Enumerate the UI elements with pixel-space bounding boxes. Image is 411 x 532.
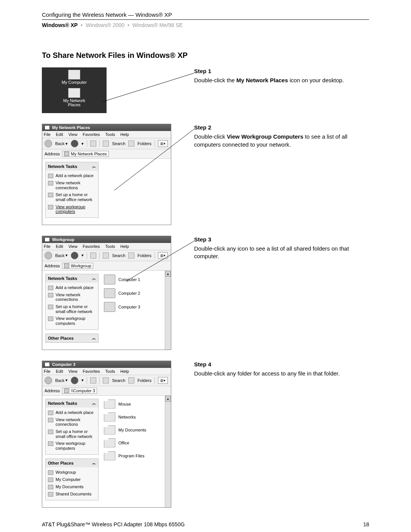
menu-favorites[interactable]: Favorites [83,244,100,249]
menu-tools[interactable]: Tools [105,244,115,249]
back-icon[interactable] [45,140,52,147]
task-setup-home-network[interactable]: Set up a home or small office network [47,191,97,203]
folders-icon[interactable] [128,141,134,147]
menu-help[interactable]: Help [120,369,129,374]
task-setup-home-network[interactable]: Set up a home or small office network [47,428,97,440]
forward-dropdown[interactable]: ▾ [81,253,84,258]
menu-favorites[interactable]: Favorites [83,132,100,137]
up-icon[interactable] [90,252,96,259]
folders-button[interactable]: Folders [137,253,151,258]
task-view-workgroup[interactable]: View workgroup computers [47,203,97,215]
task-add-network-place[interactable]: Add a network place [47,172,97,179]
task-add-network-place[interactable]: Add a network place [47,284,97,291]
my-network-places-icon[interactable] [68,88,80,98]
task-setup-home-network[interactable]: Set up a home or small office network [47,303,97,315]
tab-me98[interactable]: Windows® Me/98 SE [132,22,183,28]
menu-edit[interactable]: Edit [56,244,63,249]
scrollbar[interactable]: ▴ [165,271,171,350]
titlebar[interactable]: Computer 3 [42,361,171,368]
back-icon[interactable] [45,377,52,384]
my-computer-icon[interactable] [68,70,80,80]
place-my-documents[interactable]: My Documents [47,483,97,490]
menu-file[interactable]: File [44,132,51,137]
forward-dropdown[interactable]: ▾ [81,378,84,383]
shared-folder-item[interactable]: Office [104,438,160,447]
up-icon[interactable] [90,377,96,383]
task-view-workgroup[interactable]: View workgroup computers [47,440,97,452]
collapse-icon[interactable]: ︽ [92,460,96,466]
address-icon [64,388,69,393]
task-view-connections[interactable]: View network connections [47,179,97,191]
tab-2000[interactable]: Windows® 2000 [86,22,124,28]
address-field[interactable]: Workgroup [62,263,93,269]
breadcrumb: Configuring the Wireless Network — Windo… [42,11,369,20]
folders-button[interactable]: Folders [137,141,151,146]
forward-icon[interactable] [71,140,78,147]
folders-icon[interactable] [128,377,134,383]
tab-bullet: • [81,22,83,28]
forward-icon[interactable] [71,252,78,259]
place-my-computer[interactable]: My Computer [47,476,97,483]
folders-icon[interactable] [128,252,134,259]
shared-folder-item[interactable]: Mouse [104,399,160,409]
search-button[interactable]: Search [112,378,125,383]
menu-favorites[interactable]: Favorites [83,369,100,374]
computer-item[interactable]: Computer 3 [104,302,160,312]
menu-tools[interactable]: Tools [105,369,115,374]
computer-item[interactable]: Computer 1 [104,275,160,284]
step-2-text: Double-click View Workgroup Computers to… [194,133,369,149]
collapse-icon[interactable]: ︽ [92,335,96,341]
place-shared-documents[interactable]: Shared Documents [47,490,97,498]
menu-tools[interactable]: Tools [105,132,115,137]
search-button[interactable]: Search [112,141,125,146]
search-button[interactable]: Search [112,253,125,258]
back-icon[interactable] [45,252,52,259]
back-button[interactable]: Back ▾ [55,378,68,383]
menu-help[interactable]: Help [120,244,129,249]
scrollbar[interactable]: ▴ [165,396,171,507]
collapse-icon[interactable]: ︽ [92,164,96,169]
scroll-up-icon[interactable]: ▴ [165,396,171,402]
step-1-title: Step 1 [194,67,369,75]
place-workgroup[interactable]: Workgroup [47,469,97,476]
up-icon[interactable] [90,141,96,147]
menu-edit[interactable]: Edit [56,132,63,137]
menu-view[interactable]: View [68,132,78,137]
folders-button[interactable]: Folders [137,378,151,383]
collapse-icon[interactable]: ︽ [92,401,96,406]
views-button[interactable]: ▥▾ [158,252,168,259]
titlebar[interactable]: My Network Places [42,124,171,131]
forward-icon[interactable] [71,377,78,384]
collapse-icon[interactable]: ︽ [92,276,96,281]
task-view-connections[interactable]: View network connections [47,291,97,303]
connections-icon [48,418,53,422]
task-view-connections[interactable]: View network connections [47,416,97,428]
forward-dropdown[interactable]: ▾ [81,141,84,146]
task-view-workgroup[interactable]: View workgroup computers [47,315,97,327]
tab-xp[interactable]: Windows® XP [42,22,78,28]
shared-folder-item[interactable]: Networks [104,412,160,422]
address-field[interactable]: \\Computer 3 [62,388,97,394]
computer-item[interactable]: Computer 2 [104,288,160,298]
task-add-network-place[interactable]: Add a network place [47,409,97,416]
views-button[interactable]: ▥▾ [158,377,168,384]
titlebar[interactable]: Workgroup [42,236,171,243]
search-icon[interactable] [103,252,109,259]
back-button[interactable]: Back ▾ [55,141,68,146]
menu-edit[interactable]: Edit [56,369,63,374]
search-icon[interactable] [103,377,109,383]
menu-file[interactable]: File [44,369,51,374]
menu-help[interactable]: Help [120,132,129,137]
shared-folder-item[interactable]: Program Files [104,451,160,460]
menu-view[interactable]: View [68,369,78,374]
back-button[interactable]: Back ▾ [55,253,68,258]
scroll-up-icon[interactable]: ▴ [165,271,171,277]
address-field[interactable]: My Network Places [62,151,108,157]
menu-file[interactable]: File [44,244,51,249]
shared-folder-item[interactable]: My Documents [104,425,160,435]
menu-view[interactable]: View [68,244,78,249]
views-button[interactable]: ▥▾ [158,140,168,147]
search-icon[interactable] [103,141,109,147]
folder-icon [104,399,115,409]
toolbar: Back ▾ ▾ Search Folders ▥▾ [42,250,171,261]
